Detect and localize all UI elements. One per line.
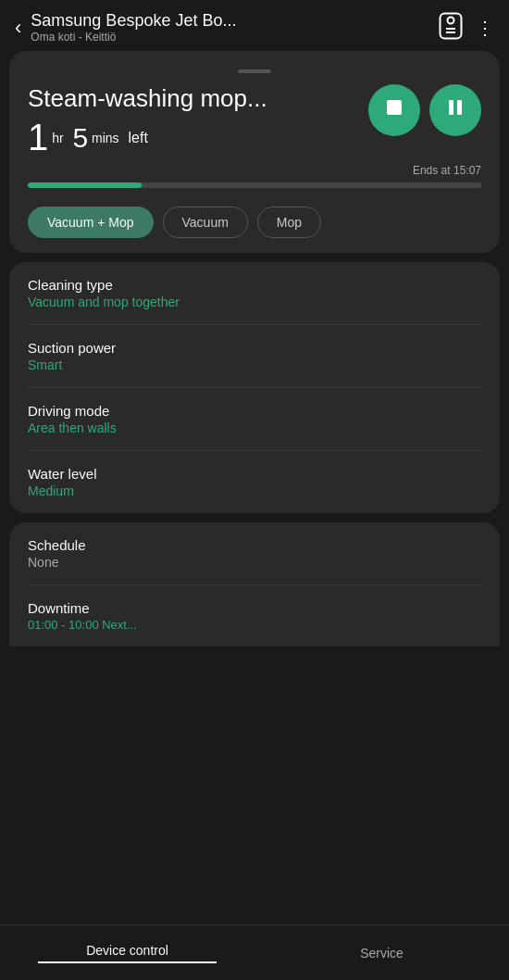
tab-mop[interactable]: Mop — [257, 207, 321, 238]
tab-vacuum[interactable]: Vacuum — [163, 207, 248, 238]
svg-rect-5 — [449, 100, 453, 115]
page-subtitle: Oma koti - Keittiö — [31, 31, 236, 44]
top-card-row1: Steam-washing mop... 1 hr 5 mins left — [28, 84, 481, 164]
water-level-value: Medium — [28, 484, 481, 498]
time-left: 1 hr 5 mins left — [28, 117, 267, 158]
hours-label: hr — [52, 131, 63, 145]
stop-button[interactable] — [368, 84, 420, 136]
schedule-card: Schedule None Downtime 01:00 - 10:00 Nex… — [9, 522, 500, 647]
nav-underline — [38, 961, 217, 963]
driving-mode-label: Driving mode — [28, 403, 481, 419]
control-buttons — [368, 84, 481, 136]
progress-bar — [28, 182, 481, 188]
cleaning-title: Steam-washing mop... — [28, 84, 267, 113]
cleaning-type-value: Vacuum and mop together — [28, 295, 481, 309]
hours-number: 1 — [28, 117, 48, 157]
more-menu-icon[interactable]: ⋮ — [476, 17, 494, 39]
minutes-number: 5 — [72, 122, 88, 153]
suction-power-label: Suction power — [28, 340, 481, 356]
app-header: ‹ Samsung Bespoke Jet Bo... Oma koti - K… — [0, 0, 509, 51]
stop-icon — [385, 98, 403, 122]
nav-service[interactable]: Service — [254, 938, 509, 968]
back-button[interactable]: ‹ — [15, 16, 21, 40]
left-label: left — [129, 130, 148, 145]
nav-device-control[interactable]: Device control — [0, 936, 254, 971]
tab-vacuum-mop[interactable]: Vacuum + Mop — [28, 207, 154, 238]
svg-point-1 — [448, 17, 454, 23]
water-level-label: Water level — [28, 466, 481, 482]
device-control-label: Device control — [86, 943, 168, 958]
ends-at: Ends at 15:07 — [28, 164, 481, 177]
service-label: Service — [360, 946, 403, 961]
schedule-value: None — [28, 555, 481, 570]
progress-fill — [28, 182, 142, 188]
mode-tabs: Vacuum + Mop Vacuum Mop — [28, 207, 481, 238]
page-title: Samsung Bespoke Jet Bo... — [31, 11, 236, 31]
settings-card: Cleaning type Vacuum and mop together Su… — [9, 262, 500, 513]
bottom-nav: Device control Service — [0, 924, 509, 980]
suction-power-value: Smart — [28, 358, 481, 372]
schedule-label: Schedule — [28, 537, 481, 553]
driving-mode-value: Area then walls — [28, 421, 481, 435]
setting-driving-mode[interactable]: Driving mode Area then walls — [28, 388, 481, 451]
svg-rect-4 — [387, 100, 402, 115]
top-card: Steam-washing mop... 1 hr 5 mins left — [9, 51, 500, 253]
setting-water-level[interactable]: Water level Medium — [28, 451, 481, 513]
minutes-label: mins — [92, 131, 119, 145]
setting-schedule[interactable]: Schedule None — [28, 522, 481, 585]
downtime-value: 01:00 - 10:00 Next... — [28, 618, 481, 632]
svg-rect-6 — [457, 100, 462, 115]
setting-downtime[interactable]: Downtime 01:00 - 10:00 Next... — [28, 585, 481, 647]
downtime-label: Downtime — [28, 600, 481, 616]
cleaning-type-label: Cleaning type — [28, 277, 481, 293]
drag-handle — [238, 69, 271, 73]
header-left: ‹ Samsung Bespoke Jet Bo... Oma koti - K… — [15, 11, 236, 44]
remote-icon[interactable] — [439, 12, 463, 44]
setting-suction-power[interactable]: Suction power Smart — [28, 325, 481, 388]
header-title-group: Samsung Bespoke Jet Bo... Oma koti - Kei… — [31, 11, 236, 44]
cleaning-info: Steam-washing mop... 1 hr 5 mins left — [28, 84, 267, 164]
header-icons: ⋮ — [439, 12, 494, 44]
pause-button[interactable] — [429, 84, 481, 136]
setting-cleaning-type[interactable]: Cleaning type Vacuum and mop together — [28, 262, 481, 325]
pause-icon — [446, 98, 465, 122]
